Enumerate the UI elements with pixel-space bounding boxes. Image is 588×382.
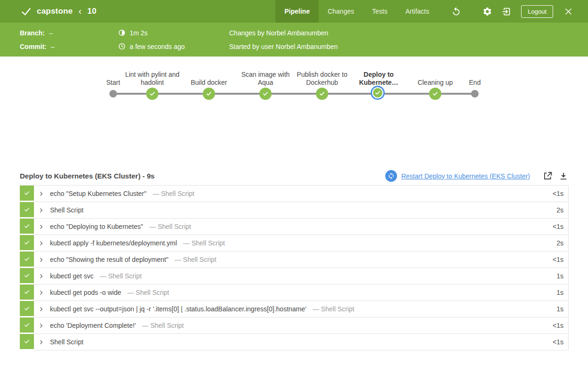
tab-changes[interactable]: Changes <box>319 0 363 23</box>
breadcrumb-separator: ‹ <box>78 5 82 16</box>
step-name: Shell Script <box>50 338 83 346</box>
step-row[interactable]: echo "Setup Kubernetes Cluster"— Shell S… <box>20 186 569 202</box>
download-logs-button[interactable] <box>558 171 569 181</box>
chevron-right-icon[interactable] <box>39 274 44 279</box>
step-row[interactable]: kubectl apply -f kubernetes/deployment.y… <box>20 235 569 252</box>
graph-node-label-lint-with-pylint-and-hadolint: Lint with pylint and hadolint <box>123 71 182 87</box>
step-row[interactable]: Shell Script<1s <box>20 334 569 350</box>
step-row[interactable]: echo "Deploying to Kubernetes"— Shell Sc… <box>20 219 569 235</box>
graph-node-label-publish-docker-to-dockerhub: Publish docker to Dockerhub <box>292 71 352 87</box>
graph-node-deploy-to-kubernete[interactable] <box>372 87 383 98</box>
step-type: — Shell Script <box>153 190 195 197</box>
tab-tests[interactable]: Tests <box>363 0 397 23</box>
chevron-right-icon[interactable] <box>39 224 44 229</box>
restart-stage-link[interactable]: Restart Deploy to Kubernetes (EKS Cluste… <box>401 172 530 180</box>
check-icon <box>319 90 325 97</box>
step-status-strip <box>20 186 34 202</box>
graph-node-label-scan-image-with-aqua: Scan image with Aqua <box>236 71 295 87</box>
stage-result-header: Deploy to Kubernetes (EKS Cluster) - 9s … <box>20 167 569 185</box>
commit-value: – <box>51 43 55 50</box>
step-name: echo 'Deployment Complete!' <box>50 322 136 329</box>
graph-node-scan-image-with-aqua[interactable] <box>259 88 272 100</box>
restart-stage-icon-button[interactable] <box>385 170 397 182</box>
step-row[interactable]: kubectl get svc --output=json | jq -r '.… <box>20 301 569 317</box>
step-row[interactable]: kubectl get pods -o wide— Shell Script1s <box>20 284 569 301</box>
step-success-check-icon <box>24 289 30 295</box>
run-details-bar: Branch: – Commit: – 1m 2s a few seconds … <box>0 23 588 57</box>
graph-node-cleaning-up[interactable] <box>429 88 441 100</box>
step-duration: 1s <box>556 305 568 313</box>
open-logs-new-tab-button[interactable] <box>542 171 553 181</box>
chevron-right-icon[interactable] <box>39 307 44 312</box>
step-row[interactable]: echo 'Deployment Complete!'— Shell Scrip… <box>20 317 569 334</box>
step-success-check-icon <box>24 256 30 262</box>
step-success-check-icon <box>24 305 30 312</box>
chevron-right-icon[interactable] <box>39 208 44 213</box>
exit-button[interactable] <box>500 6 512 17</box>
step-name: Shell Script <box>50 206 83 214</box>
step-row[interactable]: echo "Showing the result of deployment"—… <box>20 252 569 268</box>
breadcrumb: capstone ‹ 10 <box>0 0 275 23</box>
step-duration: 2s <box>556 206 568 214</box>
close-button[interactable] <box>563 6 574 17</box>
step-status-strip <box>20 317 34 334</box>
commit-row: Commit: – <box>20 43 118 50</box>
step-duration: 1s <box>556 289 568 296</box>
step-duration: 1s <box>556 272 568 280</box>
step-duration: <1s <box>553 256 568 263</box>
graph-node-publish-docker-to-dockerhub[interactable] <box>316 88 328 100</box>
chevron-right-icon[interactable] <box>39 191 44 196</box>
chevron-right-icon[interactable] <box>39 340 44 345</box>
chevron-right-icon[interactable] <box>39 290 44 295</box>
step-type: — Shell Script <box>149 223 191 230</box>
step-type: — Shell Script <box>142 322 184 329</box>
chevron-right-icon[interactable] <box>39 241 44 246</box>
chevron-right-icon[interactable] <box>39 323 44 328</box>
step-success-check-icon <box>24 272 30 279</box>
step-status-strip <box>20 334 34 350</box>
clock-icon <box>118 43 125 50</box>
step-name: kubectl apply -f kubernetes/deployment.y… <box>50 239 177 247</box>
duration-value: 1m 2s <box>130 29 148 37</box>
step-success-check-icon <box>24 206 30 213</box>
check-icon <box>374 89 381 96</box>
pipeline-name[interactable]: capstone <box>37 7 73 16</box>
step-name: kubectl get pods -o wide <box>50 289 121 296</box>
step-row[interactable]: Shell Script2s <box>20 202 569 219</box>
step-success-check-icon <box>24 223 30 229</box>
step-status-strip <box>20 268 34 284</box>
logout-button[interactable]: Logout <box>521 5 553 18</box>
step-status-strip <box>20 219 34 235</box>
step-content: Shell Script2s <box>34 202 569 219</box>
check-icon <box>262 90 269 97</box>
started-value: a few seconds ago <box>130 43 185 50</box>
step-success-check-icon <box>24 322 30 328</box>
close-icon <box>564 7 573 16</box>
step-type: — Shell Script <box>313 305 355 313</box>
graph-node-label-end: End <box>445 79 505 87</box>
graph-node-label-deploy-to-kubernete: Deploy to Kubernete… <box>349 71 408 87</box>
steps-list: echo "Setup Kubernetes Cluster"— Shell S… <box>20 185 569 350</box>
started-by: Started by user Norbel Ambanumben <box>229 43 588 50</box>
graph-node-label-build-docker: Build docker <box>179 79 239 87</box>
download-icon <box>559 171 568 181</box>
rerun-button[interactable] <box>450 6 462 17</box>
duration-icon <box>118 29 125 36</box>
header-actions: Logout <box>438 0 588 23</box>
step-row[interactable]: kubectl get svc— Shell Script1s <box>20 268 569 284</box>
chevron-right-icon[interactable] <box>39 257 44 262</box>
step-status-strip <box>20 301 34 317</box>
step-status-strip <box>20 202 34 219</box>
graph-node-build-docker[interactable] <box>203 88 215 100</box>
tab-pipeline[interactable]: Pipeline <box>275 0 319 23</box>
step-name: echo "Deploying to Kubernetes" <box>50 223 143 230</box>
run-number: 10 <box>87 7 96 16</box>
commit-label: Commit: <box>20 43 47 50</box>
settings-button[interactable] <box>481 6 493 17</box>
external-link-icon <box>543 171 553 181</box>
duration-row: 1m 2s <box>118 29 229 37</box>
tab-artifacts[interactable]: Artifacts <box>397 0 439 23</box>
step-name: echo "Setup Kubernetes Cluster" <box>50 190 147 197</box>
graph-node-lint-with-pylint-and-hadolint[interactable] <box>146 88 158 100</box>
graph-node-end <box>471 90 479 98</box>
